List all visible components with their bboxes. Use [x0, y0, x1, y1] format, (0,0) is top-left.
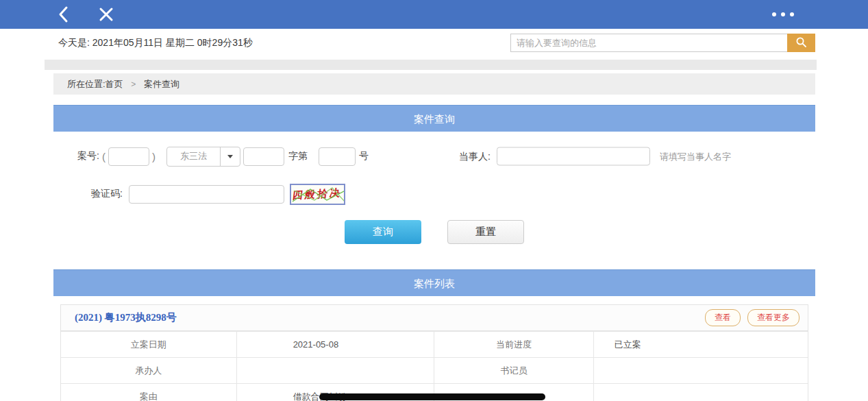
chevron-down-icon[interactable] — [220, 147, 240, 166]
field-value — [236, 358, 434, 384]
court-select[interactable]: 东三法 — [166, 147, 240, 167]
close-paren: ) — [152, 151, 156, 162]
global-search — [510, 34, 815, 52]
case-year-input[interactable] — [108, 147, 149, 166]
field-value: 借款合同纠纷 — [236, 384, 434, 401]
case-card: (2021) 粤1973执8298号 查看 查看更多 立案日期 2021-05-… — [60, 304, 808, 401]
table-row: 立案日期 2021-05-08 当前进度 已立案 — [61, 332, 808, 358]
field-value — [593, 384, 808, 401]
field-label: 书记员 — [434, 358, 593, 384]
party-name-input[interactable] — [497, 147, 650, 166]
field-value: 已立案 — [593, 332, 808, 358]
party-label: 当事人: — [459, 150, 491, 162]
search-button[interactable] — [787, 34, 815, 52]
view-more-button[interactable]: 查看更多 — [747, 309, 799, 326]
breadcrumb-current: 案件查询 — [144, 79, 179, 89]
party-group: 当事人: 请填写当事人名字 — [459, 147, 731, 166]
field-label: 案由 — [61, 384, 236, 401]
case-mid-label: 字第 — [288, 150, 308, 162]
field-label: 承办人 — [61, 358, 236, 384]
field-value: 2021-05-08 — [236, 332, 434, 358]
case-suffix-label: 号 — [359, 150, 369, 162]
case-query-section-title: 案件查询 — [53, 105, 815, 132]
close-icon[interactable] — [99, 0, 114, 29]
party-hint-text: 请填写当事人名字 — [660, 150, 731, 162]
case-actions: 查看 查看更多 — [705, 309, 799, 326]
captcha-image[interactable]: 四般拾决 — [290, 184, 345, 205]
case-number-row: 案号: ( ) 东三法 字第 号 当事人: 请填写当事人名字 — [53, 146, 815, 167]
form-actions: 查询 重置 — [53, 220, 815, 244]
search-icon — [795, 36, 807, 50]
page-content: 今天是: 2021年05月11日 星期二 0时29分31秒 所在位置:首页 > … — [53, 34, 815, 401]
field-label: 立案日期 — [61, 332, 236, 358]
redaction-bar — [319, 393, 545, 400]
more-menu-icon[interactable] — [772, 0, 794, 29]
captcha-row: 验证码: 四般拾决 — [53, 183, 815, 205]
open-paren: ( — [102, 151, 106, 162]
field-value — [593, 358, 808, 384]
captcha-label: 验证码: — [91, 188, 123, 200]
breadcrumb: 所在位置:首页 > 案件查询 — [53, 73, 815, 95]
case-list-section-title: 案件列表 — [53, 269, 815, 296]
captcha-input[interactable] — [129, 185, 284, 204]
case-seq-input[interactable] — [319, 147, 356, 166]
case-title-row: (2021) 粤1973执8298号 查看 查看更多 — [61, 305, 808, 331]
reset-button[interactable]: 重置 — [447, 220, 524, 244]
case-number-title[interactable]: (2021) 粤1973执8298号 — [75, 311, 177, 324]
breadcrumb-separator: > — [131, 80, 136, 89]
search-input[interactable] — [510, 34, 787, 52]
date-search-row: 今天是: 2021年05月11日 星期二 0时29分31秒 — [53, 34, 815, 52]
top-navigation-bar — [0, 0, 868, 29]
case-number-label: 案号: — [77, 150, 99, 162]
divider-bar — [45, 60, 817, 70]
case-type-input[interactable] — [243, 147, 284, 166]
query-submit-button[interactable]: 查询 — [345, 220, 421, 244]
table-row: 案由 借款合同纠纷 — [61, 384, 808, 401]
current-date-text: 今天是: 2021年05月11日 星期二 0时29分31秒 — [53, 37, 253, 49]
court-select-value: 东三法 — [167, 150, 220, 162]
breadcrumb-location[interactable]: 所在位置:首页 — [67, 79, 123, 89]
captcha-noise-lines — [291, 185, 345, 205]
view-button[interactable]: 查看 — [705, 309, 741, 326]
table-row: 承办人 书记员 — [61, 358, 808, 384]
case-detail-table: 立案日期 2021-05-08 当前进度 已立案 承办人 书记员 案由 借款合同… — [61, 331, 808, 401]
field-label: 当前进度 — [434, 332, 593, 358]
back-icon[interactable] — [58, 0, 69, 29]
